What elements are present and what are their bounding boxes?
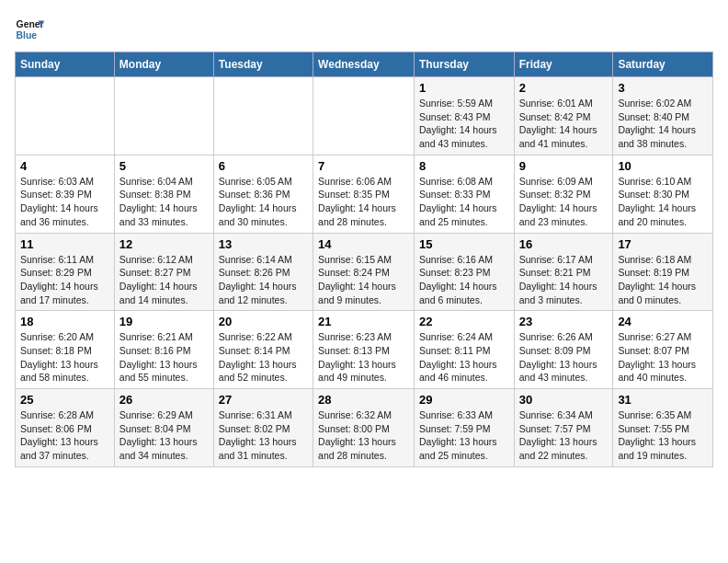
day-info: Sunrise: 6:05 AM Sunset: 8:36 PM Dayligh… [219, 175, 308, 229]
day-number: 6 [219, 159, 308, 173]
day-number: 12 [119, 237, 209, 251]
day-info: Sunrise: 6:18 AM Sunset: 8:19 PM Dayligh… [618, 253, 708, 307]
day-cell [16, 77, 115, 155]
day-number: 4 [20, 159, 109, 173]
calendar-table: SundayMondayTuesdayWednesdayThursdayFrid… [15, 52, 713, 467]
day-cell: 12Sunrise: 6:12 AM Sunset: 8:27 PM Dayli… [114, 233, 213, 311]
day-cell: 4Sunrise: 6:03 AM Sunset: 8:39 PM Daylig… [16, 155, 115, 233]
day-cell: 30Sunrise: 6:34 AM Sunset: 7:57 PM Dayli… [514, 389, 613, 467]
day-info: Sunrise: 6:31 AM Sunset: 8:02 PM Dayligh… [219, 408, 308, 463]
day-number: 20 [219, 315, 308, 328]
day-cell: 26Sunrise: 6:29 AM Sunset: 8:04 PM Dayli… [114, 389, 213, 467]
day-number: 16 [519, 237, 609, 251]
day-cell: 10Sunrise: 6:10 AM Sunset: 8:30 PM Dayli… [613, 155, 713, 233]
page-header: General Blue [15, 15, 713, 44]
week-row-1: 1Sunrise: 5:59 AM Sunset: 8:43 PM Daylig… [16, 77, 713, 155]
day-info: Sunrise: 6:27 AM Sunset: 8:07 PM Dayligh… [618, 330, 708, 385]
logo-icon: General Blue [15, 15, 44, 44]
week-row-4: 18Sunrise: 6:20 AM Sunset: 8:18 PM Dayli… [16, 311, 713, 389]
day-info: Sunrise: 6:09 AM Sunset: 8:32 PM Dayligh… [519, 175, 609, 229]
day-cell: 31Sunrise: 6:35 AM Sunset: 7:55 PM Dayli… [613, 389, 713, 467]
day-number: 29 [419, 393, 509, 407]
day-number: 17 [618, 237, 708, 251]
day-cell: 25Sunrise: 6:28 AM Sunset: 8:06 PM Dayli… [16, 389, 115, 467]
day-number: 18 [20, 315, 109, 328]
day-number: 13 [219, 237, 308, 251]
col-header-tuesday: Tuesday [213, 52, 313, 77]
col-header-thursday: Thursday [414, 52, 514, 77]
day-info: Sunrise: 6:32 AM Sunset: 8:00 PM Dayligh… [318, 408, 409, 463]
day-number: 31 [618, 393, 708, 407]
day-number: 5 [119, 159, 209, 173]
col-header-monday: Monday [114, 52, 213, 77]
day-number: 1 [419, 81, 509, 95]
day-info: Sunrise: 6:12 AM Sunset: 8:27 PM Dayligh… [119, 253, 209, 307]
day-cell: 16Sunrise: 6:17 AM Sunset: 8:21 PM Dayli… [514, 233, 613, 311]
day-number: 15 [419, 237, 509, 251]
day-cell: 3Sunrise: 6:02 AM Sunset: 8:40 PM Daylig… [613, 77, 713, 155]
day-info: Sunrise: 6:03 AM Sunset: 8:39 PM Dayligh… [20, 175, 109, 229]
day-info: Sunrise: 5:59 AM Sunset: 8:43 PM Dayligh… [419, 97, 509, 151]
logo: General Blue [15, 15, 48, 44]
day-info: Sunrise: 6:15 AM Sunset: 8:24 PM Dayligh… [318, 253, 409, 307]
day-info: Sunrise: 6:06 AM Sunset: 8:35 PM Dayligh… [318, 175, 409, 229]
day-info: Sunrise: 6:14 AM Sunset: 8:26 PM Dayligh… [219, 253, 308, 307]
day-cell: 7Sunrise: 6:06 AM Sunset: 8:35 PM Daylig… [313, 155, 415, 233]
calendar-header-row: SundayMondayTuesdayWednesdayThursdayFrid… [16, 52, 713, 77]
day-number: 9 [519, 159, 609, 173]
day-info: Sunrise: 6:33 AM Sunset: 7:59 PM Dayligh… [419, 408, 509, 463]
day-cell: 17Sunrise: 6:18 AM Sunset: 8:19 PM Dayli… [613, 233, 713, 311]
day-cell: 8Sunrise: 6:08 AM Sunset: 8:33 PM Daylig… [414, 155, 514, 233]
day-number: 11 [20, 237, 109, 251]
day-cell: 9Sunrise: 6:09 AM Sunset: 8:32 PM Daylig… [514, 155, 613, 233]
day-number: 23 [519, 315, 609, 328]
day-number: 10 [618, 159, 708, 173]
day-info: Sunrise: 6:08 AM Sunset: 8:33 PM Dayligh… [419, 175, 509, 229]
day-number: 22 [419, 315, 509, 328]
day-cell [313, 77, 415, 155]
day-cell [213, 77, 313, 155]
day-cell: 11Sunrise: 6:11 AM Sunset: 8:29 PM Dayli… [16, 233, 115, 311]
day-info: Sunrise: 6:21 AM Sunset: 8:16 PM Dayligh… [119, 330, 209, 385]
day-info: Sunrise: 6:22 AM Sunset: 8:14 PM Dayligh… [219, 330, 308, 385]
day-cell: 6Sunrise: 6:05 AM Sunset: 8:36 PM Daylig… [213, 155, 313, 233]
day-number: 7 [318, 159, 409, 173]
day-info: Sunrise: 6:10 AM Sunset: 8:30 PM Dayligh… [618, 175, 708, 229]
day-cell: 1Sunrise: 5:59 AM Sunset: 8:43 PM Daylig… [414, 77, 514, 155]
day-cell: 2Sunrise: 6:01 AM Sunset: 8:42 PM Daylig… [514, 77, 613, 155]
day-info: Sunrise: 6:23 AM Sunset: 8:13 PM Dayligh… [318, 330, 409, 385]
day-cell: 20Sunrise: 6:22 AM Sunset: 8:14 PM Dayli… [213, 311, 313, 389]
day-cell: 5Sunrise: 6:04 AM Sunset: 8:38 PM Daylig… [114, 155, 213, 233]
day-number: 19 [119, 315, 209, 328]
day-info: Sunrise: 6:01 AM Sunset: 8:42 PM Dayligh… [519, 97, 609, 151]
day-number: 26 [119, 393, 209, 407]
day-number: 28 [318, 393, 409, 407]
day-number: 2 [519, 81, 609, 95]
day-info: Sunrise: 6:28 AM Sunset: 8:06 PM Dayligh… [20, 408, 109, 463]
col-header-friday: Friday [514, 52, 613, 77]
day-info: Sunrise: 6:35 AM Sunset: 7:55 PM Dayligh… [618, 408, 708, 463]
day-number: 21 [318, 315, 409, 328]
day-number: 24 [618, 315, 708, 328]
svg-text:Blue: Blue [17, 30, 38, 40]
calendar-body: 1Sunrise: 5:59 AM Sunset: 8:43 PM Daylig… [16, 77, 713, 467]
day-info: Sunrise: 6:20 AM Sunset: 8:18 PM Dayligh… [20, 330, 109, 385]
day-cell: 23Sunrise: 6:26 AM Sunset: 8:09 PM Dayli… [514, 311, 613, 389]
day-info: Sunrise: 6:04 AM Sunset: 8:38 PM Dayligh… [119, 175, 209, 229]
day-cell: 28Sunrise: 6:32 AM Sunset: 8:00 PM Dayli… [313, 389, 415, 467]
day-number: 3 [618, 81, 708, 95]
day-number: 30 [519, 393, 609, 407]
day-cell: 29Sunrise: 6:33 AM Sunset: 7:59 PM Dayli… [414, 389, 514, 467]
day-cell: 13Sunrise: 6:14 AM Sunset: 8:26 PM Dayli… [213, 233, 313, 311]
week-row-3: 11Sunrise: 6:11 AM Sunset: 8:29 PM Dayli… [16, 233, 713, 311]
col-header-sunday: Sunday [16, 52, 115, 77]
day-info: Sunrise: 6:17 AM Sunset: 8:21 PM Dayligh… [519, 253, 609, 307]
day-info: Sunrise: 6:26 AM Sunset: 8:09 PM Dayligh… [519, 330, 609, 385]
day-cell: 18Sunrise: 6:20 AM Sunset: 8:18 PM Dayli… [16, 311, 115, 389]
day-cell: 19Sunrise: 6:21 AM Sunset: 8:16 PM Dayli… [114, 311, 213, 389]
day-cell: 27Sunrise: 6:31 AM Sunset: 8:02 PM Dayli… [213, 389, 313, 467]
day-info: Sunrise: 6:02 AM Sunset: 8:40 PM Dayligh… [618, 97, 708, 151]
day-number: 27 [219, 393, 308, 407]
week-row-5: 25Sunrise: 6:28 AM Sunset: 8:06 PM Dayli… [16, 389, 713, 467]
day-number: 14 [318, 237, 409, 251]
